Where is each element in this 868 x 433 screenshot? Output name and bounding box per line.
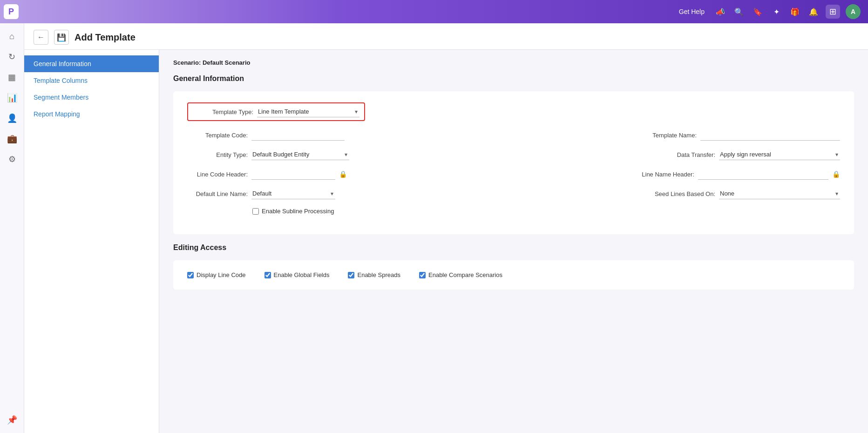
template-code-label: Template Code: (187, 132, 248, 139)
template-name-input[interactable] (700, 129, 840, 141)
sidebar-grid-icon[interactable]: ▦ (3, 68, 21, 87)
page-header: ← 💾 Add Template (24, 23, 868, 50)
sidebar-bag-icon[interactable]: 💼 (3, 129, 21, 148)
line-header-row: Line Code Header: 🔒 Line Name Header: 🔒 (187, 169, 840, 180)
sidebar-person-icon[interactable]: 👤 (3, 109, 21, 128)
enable-subline-label[interactable]: Enable Subline Processing (252, 208, 334, 215)
nav-general-information[interactable]: General Information (24, 55, 159, 72)
entity-type-label: Entity Type: (187, 151, 248, 158)
icon-sidebar: ⌂ ↻ ▦ 📊 👤 💼 ⚙ 📌 (0, 23, 24, 433)
template-name-label: Template Name: (636, 132, 697, 139)
back-button[interactable]: ← (34, 30, 48, 45)
data-transfer-field: Data Transfer: Apply sign reversal No si… (519, 149, 840, 160)
line-code-header-label: Line Code Header: (187, 171, 248, 178)
save-button[interactable]: 💾 (54, 30, 69, 45)
data-transfer-label: Data Transfer: (655, 151, 715, 158)
seed-lines-field: Seed Lines Based On: None Budget (519, 188, 840, 199)
editing-access-section: Display Line Code Enable Global Fields E… (173, 260, 854, 290)
left-nav: General Information Template Columns Seg… (24, 50, 159, 433)
default-line-name-select-wrapper: Default Custom (251, 188, 335, 199)
line-name-header-field: Line Name Header: 🔒 (519, 169, 840, 180)
template-code-input[interactable] (251, 129, 345, 141)
enable-global-fields-checkbox[interactable] (264, 272, 271, 278)
enable-global-fields-text: Enable Global Fields (274, 271, 330, 278)
enable-spreads-text: Enable Spreads (357, 271, 400, 278)
apps-button[interactable]: ⊞ (826, 5, 840, 19)
subline-row: Enable Subline Processing (187, 208, 840, 215)
seed-lines-label: Seed Lines Based On: (655, 190, 715, 197)
line-code-header-input[interactable] (251, 169, 335, 180)
entity-type-field: Entity Type: Default Budget Entity Other… (187, 149, 508, 160)
avatar[interactable]: A (846, 4, 861, 19)
entity-type-select[interactable]: Default Budget Entity Other Entity (251, 149, 349, 160)
line-code-header-field: Line Code Header: 🔒 (187, 169, 508, 180)
search-icon[interactable]: 🔍 (732, 5, 746, 18)
template-type-field: Template Type: Line Item Template Other … (187, 102, 508, 121)
entity-data-row: Entity Type: Default Budget Entity Other… (187, 149, 840, 160)
enable-subline-checkbox[interactable] (252, 208, 259, 215)
template-type-wrapper: Template Type: Line Item Template Other … (187, 102, 365, 121)
seed-lines-select-wrapper: None Budget (719, 188, 840, 199)
template-type-select-wrapper: Line Item Template Other Template (257, 106, 359, 117)
scenario-value: Default Scenario (203, 59, 251, 66)
enable-compare-label[interactable]: Enable Compare Scenarios (419, 271, 502, 278)
section-title-general: General Information (173, 74, 854, 83)
enable-global-fields-label[interactable]: Enable Global Fields (264, 271, 330, 278)
template-type-label: Template Type: (193, 108, 253, 115)
sidebar-refresh-icon[interactable]: ↻ (3, 47, 21, 66)
sidebar-home-icon[interactable]: ⌂ (3, 27, 21, 46)
display-line-code-checkbox[interactable] (187, 272, 194, 278)
sidebar-pin-icon[interactable]: 📌 (3, 411, 21, 429)
template-type-row: Template Type: Line Item Template Other … (187, 102, 840, 121)
sidebar-settings-icon[interactable]: ⚙ (3, 150, 21, 169)
sidebar-chart-icon[interactable]: 📊 (3, 88, 21, 107)
line-code-lock-icon[interactable]: 🔒 (339, 170, 347, 178)
enable-compare-checkbox[interactable] (419, 272, 426, 278)
megaphone-icon[interactable]: 📣 (714, 5, 727, 18)
compass-icon[interactable]: ✦ (770, 5, 783, 18)
grid-icon: ⊞ (829, 7, 836, 17)
default-line-name-select[interactable]: Default Custom (251, 188, 335, 199)
enable-spreads-label[interactable]: Enable Spreads (348, 271, 400, 278)
app-logo[interactable]: P (4, 4, 19, 19)
data-transfer-select-wrapper: Apply sign reversal No sign reversal (719, 149, 840, 160)
page-title: Add Template (75, 32, 136, 43)
entity-type-select-wrapper: Default Budget Entity Other Entity (251, 149, 349, 160)
line-name-header-input[interactable] (698, 169, 828, 180)
enable-spreads-checkbox[interactable] (348, 272, 354, 278)
bell-icon[interactable]: 🔔 (807, 5, 820, 18)
seed-lines-select[interactable]: None Budget (719, 188, 840, 199)
section-title-editing: Editing Access (173, 244, 854, 252)
nav-report-mapping[interactable]: Report Mapping (24, 106, 159, 122)
enable-compare-text: Enable Compare Scenarios (428, 271, 502, 278)
default-line-seed-row: Default Line Name: Default Custom Seed L… (187, 188, 840, 199)
template-code-field: Template Code: (187, 129, 508, 141)
nav-template-columns[interactable]: Template Columns (24, 72, 159, 89)
display-line-code-text: Display Line Code (197, 271, 246, 278)
display-line-code-label[interactable]: Display Line Code (187, 271, 246, 278)
template-name-field: Template Name: (519, 129, 840, 141)
line-name-lock-icon[interactable]: 🔒 (832, 170, 840, 178)
line-name-header-label: Line Name Header: (634, 171, 694, 178)
nav-segment-members[interactable]: Segment Members (24, 89, 159, 106)
data-transfer-select[interactable]: Apply sign reversal No sign reversal (719, 149, 840, 160)
enable-subline-text: Enable Subline Processing (262, 208, 334, 215)
gift-icon[interactable]: 🎁 (788, 5, 801, 18)
general-info-section: Template Type: Line Item Template Other … (173, 91, 854, 234)
scenario-label: Scenario: Default Scenario (173, 59, 854, 66)
default-line-name-label: Default Line Name: (187, 190, 248, 197)
template-code-name-row: Template Code: Template Name: (187, 129, 840, 141)
default-line-name-field: Default Line Name: Default Custom (187, 188, 508, 199)
get-help-link[interactable]: Get Help (679, 8, 705, 15)
bookmark-icon[interactable]: 🔖 (751, 5, 764, 18)
main-form: Scenario: Default Scenario General Infor… (159, 50, 868, 433)
template-type-select[interactable]: Line Item Template Other Template (257, 106, 359, 117)
checkboxes-row: Display Line Code Enable Global Fields E… (187, 271, 840, 278)
